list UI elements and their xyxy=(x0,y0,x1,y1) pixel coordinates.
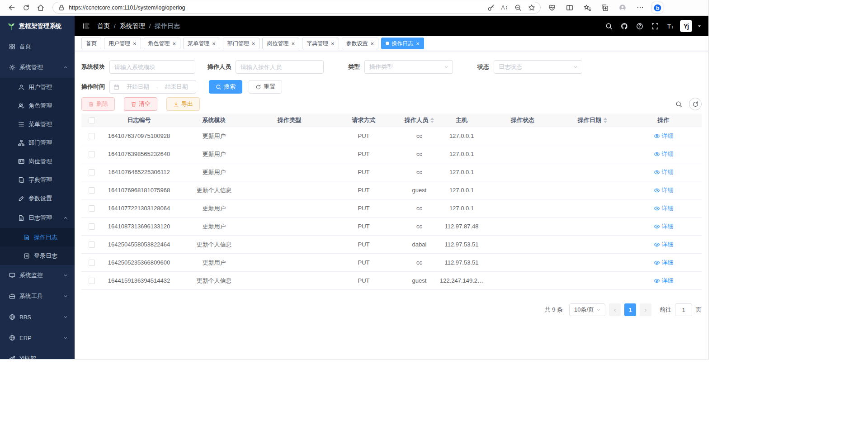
row-checkbox[interactable] xyxy=(89,187,95,194)
sidebar-item-post-mgmt[interactable]: 岗位管理 xyxy=(0,152,75,170)
detail-link[interactable]: 详细 xyxy=(654,204,674,213)
sidebar-item-bbs[interactable]: BBS xyxy=(0,307,75,327)
tab-user-mgmt[interactable]: 用户管理× xyxy=(104,38,141,49)
collections-icon[interactable] xyxy=(599,1,611,14)
detail-link[interactable]: 详细 xyxy=(654,186,674,194)
date-range-picker[interactable]: 开始日期 - 结束日期 xyxy=(109,80,196,94)
profile-avatar-icon[interactable] xyxy=(617,1,628,14)
browser-essentials-icon[interactable] xyxy=(546,1,558,14)
password-key-icon[interactable] xyxy=(484,2,498,13)
close-icon[interactable]: × xyxy=(212,41,216,47)
current-page-button[interactable]: 1 xyxy=(624,303,636,316)
sidebar-item-role-mgmt[interactable]: 角色管理 xyxy=(0,96,75,115)
detail-link[interactable]: 详细 xyxy=(654,277,674,285)
export-button[interactable]: 导出 xyxy=(166,97,200,111)
user-avatar[interactable]: Yj xyxy=(680,20,692,32)
favorites-bar-icon[interactable] xyxy=(581,1,593,14)
sidebar-item-login-log[interactable]: 登录日志 xyxy=(0,246,75,265)
type-select[interactable]: 操作类型 xyxy=(364,60,453,74)
fullscreen-icon[interactable] xyxy=(649,20,661,32)
row-checkbox[interactable] xyxy=(89,223,95,230)
tab-dict-mgmt[interactable]: 字典管理× xyxy=(302,38,339,49)
sidebar-item-oper-log[interactable]: 操作日志 xyxy=(0,228,75,246)
detail-link[interactable]: 详细 xyxy=(654,168,674,176)
github-icon[interactable] xyxy=(618,20,630,32)
prev-page-button[interactable]: ‹ xyxy=(609,303,621,316)
sidebar-item-param-settings[interactable]: 参数设置 xyxy=(0,189,75,208)
sidebar-item-dict-mgmt[interactable]: 字典管理 xyxy=(0,170,75,189)
row-checkbox[interactable] xyxy=(89,260,95,266)
start-date-placeholder[interactable]: 开始日期 xyxy=(122,83,153,91)
delete-button[interactable]: 删除 xyxy=(81,97,115,111)
sidebar-item-dept-mgmt[interactable]: 部门管理 xyxy=(0,133,75,152)
reset-button[interactable]: 重置 xyxy=(249,80,282,94)
page-size-select[interactable]: 10条/页 xyxy=(569,303,605,316)
goto-page-input[interactable] xyxy=(675,303,692,316)
close-icon[interactable]: × xyxy=(173,41,176,47)
sidebar-item-erp[interactable]: ERP xyxy=(0,327,75,348)
status-select[interactable]: 日志状态 xyxy=(494,60,582,74)
row-checkbox[interactable] xyxy=(89,205,95,212)
refresh-button[interactable] xyxy=(19,1,33,14)
clear-button[interactable]: 清空 xyxy=(124,97,157,111)
row-checkbox[interactable] xyxy=(89,241,95,248)
breadcrumb-item[interactable]: 系统管理 xyxy=(120,22,145,30)
url-text[interactable]: https://ccnetcore.com:1101/system/log/op… xyxy=(69,5,484,11)
sidebar-item-system-monitor[interactable]: 系统监控 xyxy=(0,265,75,286)
refresh-table-icon[interactable] xyxy=(689,98,702,110)
font-size-icon[interactable]: TT xyxy=(665,20,676,32)
bing-copilot-icon[interactable]: b xyxy=(652,2,663,13)
tab-oper-log[interactable]: 操作日志× xyxy=(381,38,424,49)
zoom-out-icon[interactable] xyxy=(511,2,525,13)
breadcrumb-item[interactable]: 首页 xyxy=(97,22,110,30)
close-icon[interactable]: × xyxy=(252,41,255,47)
favorite-star-icon[interactable] xyxy=(525,2,538,13)
search-icon[interactable] xyxy=(603,20,615,32)
sort-carets-icon[interactable] xyxy=(430,118,434,123)
back-button[interactable] xyxy=(5,1,19,14)
split-screen-icon[interactable] xyxy=(564,1,576,14)
next-page-button[interactable]: › xyxy=(640,303,651,316)
operator-input[interactable] xyxy=(236,60,324,74)
close-icon[interactable]: × xyxy=(331,41,335,47)
detail-link[interactable]: 详细 xyxy=(654,132,674,140)
sidebar-item-system-mgmt[interactable]: 系统管理 xyxy=(0,57,75,78)
tab-dept-mgmt[interactable]: 部门管理× xyxy=(223,38,260,49)
tab-menu-mgmt[interactable]: 菜单管理× xyxy=(183,38,220,49)
detail-link[interactable]: 详细 xyxy=(654,222,674,231)
sidebar-item-log-mgmt[interactable]: 日志管理 xyxy=(0,208,75,228)
help-icon[interactable] xyxy=(634,20,646,32)
sidebar-item-menu-mgmt[interactable]: 菜单管理 xyxy=(0,115,75,133)
close-icon[interactable]: × xyxy=(133,41,137,47)
row-checkbox[interactable] xyxy=(89,169,95,175)
sidebar-item-yi-framework[interactable]: Yi框架 xyxy=(0,348,75,359)
detail-link[interactable]: 详细 xyxy=(654,150,674,158)
row-checkbox[interactable] xyxy=(89,151,95,157)
sidebar-item-home[interactable]: 首页 xyxy=(0,36,75,57)
toggle-search-icon[interactable] xyxy=(673,98,684,110)
tab-home[interactable]: 首页 xyxy=(81,38,101,49)
tab-param-settings[interactable]: 参数设置× xyxy=(342,38,379,49)
tab-post-mgmt[interactable]: 岗位管理× xyxy=(262,38,299,49)
row-checkbox[interactable] xyxy=(89,133,95,139)
user-menu-caret-icon[interactable] xyxy=(697,24,702,29)
home-button[interactable] xyxy=(33,1,48,14)
select-all-checkbox[interactable] xyxy=(89,117,95,123)
sidebar-item-user-mgmt[interactable]: 用户管理 xyxy=(0,78,75,96)
close-icon[interactable]: × xyxy=(416,41,420,47)
detail-link[interactable]: 详细 xyxy=(654,241,674,249)
column-header-operator[interactable]: 操作人员 xyxy=(401,114,438,127)
search-button[interactable]: 搜索 xyxy=(209,80,242,94)
sidebar-collapse-icon[interactable] xyxy=(81,21,91,31)
sort-carets-icon[interactable] xyxy=(604,118,607,123)
close-icon[interactable]: × xyxy=(371,41,374,47)
read-aloud-icon[interactable]: A xyxy=(498,2,511,13)
address-bar[interactable]: https://ccnetcore.com:1101/system/log/op… xyxy=(52,2,541,14)
column-header-date[interactable]: 操作日期 xyxy=(560,114,625,127)
end-date-placeholder[interactable]: 结束日期 xyxy=(161,83,192,91)
module-input[interactable] xyxy=(109,60,195,74)
more-options-icon[interactable] xyxy=(634,1,646,14)
tab-role-mgmt[interactable]: 角色管理× xyxy=(144,38,181,49)
row-checkbox[interactable] xyxy=(89,278,95,284)
sidebar-item-system-tools[interactable]: 系统工具 xyxy=(0,286,75,307)
